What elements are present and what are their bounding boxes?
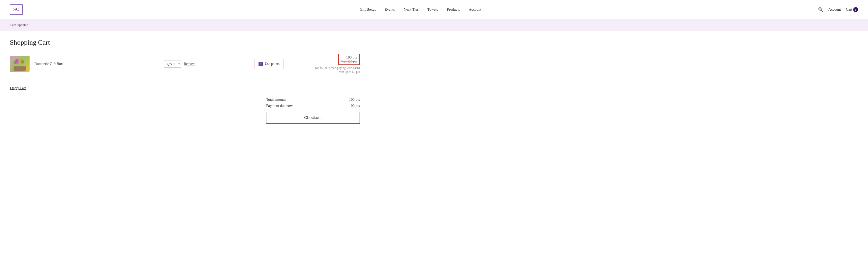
price-area: 100 pts Was 120 pts (or $69.99 when payi… (298, 54, 360, 74)
payment-row: Payment due now 100 pts (266, 104, 360, 108)
cart-link[interactable]: Cart 1 (846, 7, 858, 12)
notification-bar: Cart Updated (0, 19, 868, 31)
nav-account[interactable]: Account (469, 7, 481, 11)
nav-neck-ties[interactable]: Neck Ties (404, 7, 418, 11)
search-icon[interactable]: 🔍 (818, 7, 824, 12)
price-box: 100 pts Was 120 pts (338, 54, 360, 65)
header: SC Gift Boxes Events Neck Ties Towels Pr… (0, 0, 868, 19)
earn-pts: earn up to 60 pts (298, 70, 360, 74)
qty-wrapper: Qty 1 Qty 2 Qty 3 (164, 60, 181, 67)
price-pts: 100 pts (346, 55, 357, 59)
remove-link[interactable]: Remove (184, 62, 195, 66)
summary-section: Total amount 100 pts Payment due now 100… (10, 98, 360, 124)
empty-cart-text[interactable]: Empty Cart (10, 86, 26, 90)
checkout-button[interactable]: Checkout (266, 112, 360, 124)
cart-label: Cart (846, 7, 852, 11)
payment-label: Payment due now (266, 104, 292, 108)
nav-gift-boxes[interactable]: Gift Boxes (360, 7, 376, 11)
total-label: Total amount (266, 98, 286, 102)
cash-price: (or $69.99 when paying with cash) (298, 66, 360, 70)
nav-towels[interactable]: Towels (427, 7, 438, 11)
cart-item-right: Qty 1 Qty 2 Qty 3 Remove Use points 100 … (115, 54, 360, 74)
use-points-section: Use points (255, 59, 284, 69)
nav-right: 🔍 Account Cart 1 (818, 7, 858, 12)
qty-remove-group: Qty 1 Qty 2 Qty 3 Remove (164, 60, 195, 67)
nav-products[interactable]: Products (447, 7, 460, 11)
main-content: Shopping Cart Romantic Gift Box Qty 1 Qt… (0, 34, 370, 138)
main-nav: Gift Boxes Events Neck Ties Towels Produ… (360, 7, 481, 11)
product-name: Romantic Gift Box (34, 62, 84, 66)
qty-select[interactable]: Qty 1 Qty 2 Qty 3 (164, 60, 181, 67)
logo[interactable]: SC (10, 4, 23, 15)
total-row: Total amount 100 pts (266, 98, 360, 102)
use-points-label: Use points (265, 62, 280, 66)
nav-events[interactable]: Events (385, 7, 395, 11)
page-title: Shopping Cart (10, 38, 360, 47)
cart-count: 1 (853, 7, 858, 12)
use-points-checkbox[interactable] (258, 62, 263, 66)
payment-value: 100 pts (349, 104, 360, 108)
product-image (10, 56, 30, 72)
total-value: 100 pts (349, 98, 360, 102)
cart-item-row: Romantic Gift Box Qty 1 Qty 2 Qty 3 Remo… (10, 54, 360, 79)
use-points-box: Use points (255, 59, 284, 69)
account-link[interactable]: Account (828, 7, 841, 11)
notification-message: Cart Updated (10, 23, 28, 27)
was-price: Was 120 pts (341, 59, 357, 63)
empty-cart-link[interactable]: Empty Cart (10, 84, 360, 90)
